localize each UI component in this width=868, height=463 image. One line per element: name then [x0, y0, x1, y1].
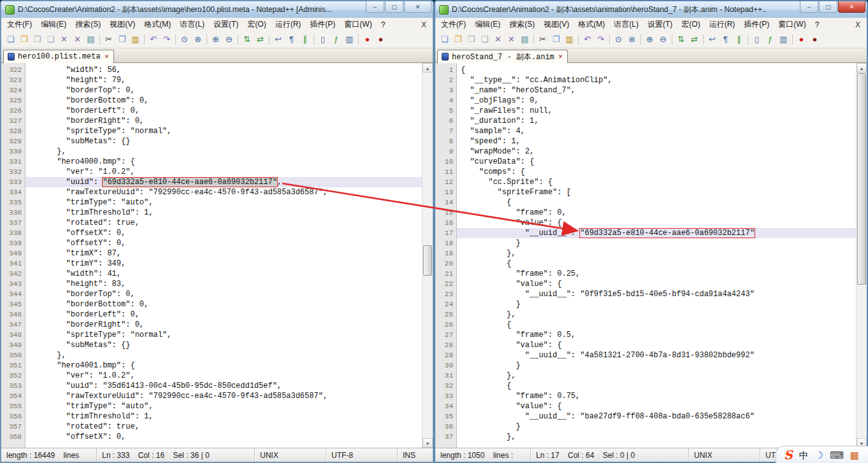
function-list-icon[interactable]: ƒ: [764, 34, 776, 46]
zoom-in-icon[interactable]: ⊕: [210, 34, 222, 46]
menu-item[interactable]: 视图(V): [539, 18, 574, 31]
menu-close-icon[interactable]: X: [415, 20, 433, 29]
halfwidth-moon-icon[interactable]: ☽: [815, 446, 823, 463]
scrollbar-thumb[interactable]: [423, 245, 432, 276]
menu-item[interactable]: 宏(O): [243, 18, 270, 31]
new-file-icon[interactable]: ❏: [438, 34, 451, 46]
indent-guide-icon[interactable]: ∥: [299, 34, 311, 46]
replace-icon[interactable]: ⊛: [626, 34, 638, 46]
word-wrap-icon[interactable]: ↩: [272, 34, 284, 46]
save-all-icon[interactable]: ❑: [479, 34, 491, 46]
menu-item[interactable]: 格式(M): [574, 18, 609, 31]
find-icon[interactable]: ⊙: [612, 34, 625, 46]
close-document-icon[interactable]: ✕: [492, 34, 504, 46]
menu-item[interactable]: 编辑(E): [470, 18, 505, 31]
document-monitor-icon[interactable]: ▥: [778, 34, 790, 46]
title-bar[interactable]: D:\CocosCreater\Animation2 - 副本\assets\a…: [435, 1, 867, 18]
document-map-icon[interactable]: ▯: [751, 34, 763, 46]
menu-item[interactable]: 宏(O): [677, 18, 704, 31]
menu-item[interactable]: ?: [377, 19, 390, 31]
sync-vertical-scrolling-icon[interactable]: ⇅: [675, 34, 687, 46]
close-button[interactable]: ✕: [404, 1, 431, 13]
menu-item[interactable]: 运行(R): [271, 18, 306, 31]
copy-icon[interactable]: ❐: [116, 34, 128, 46]
tab-hero100-plist-meta[interactable]: hero100.plist.meta ✕: [3, 50, 114, 63]
menu-item[interactable]: 窗口(W): [774, 18, 810, 31]
code-area[interactable]: "width": 56, "height": 79, "borderTop": …: [25, 63, 422, 448]
save-icon[interactable]: ❒: [465, 34, 477, 46]
menu-item[interactable]: 编辑(E): [36, 18, 71, 31]
menu-item[interactable]: 窗口(W): [340, 18, 376, 31]
zoom-out-icon[interactable]: ⊖: [657, 34, 669, 46]
sync-vertical-scrolling-icon[interactable]: ⇅: [241, 34, 253, 46]
show-all-characters-icon[interactable]: ¶: [720, 34, 732, 46]
cut-icon[interactable]: ✂: [537, 34, 549, 46]
word-wrap-icon[interactable]: ↩: [706, 34, 718, 46]
print-icon[interactable]: ▤: [519, 34, 531, 46]
menu-close-icon[interactable]: X: [849, 20, 867, 29]
vertical-scrollbar[interactable]: ▲ ▼: [856, 63, 867, 448]
menu-item[interactable]: 运行(R): [705, 18, 740, 31]
maximize-button[interactable]: ▢: [385, 1, 403, 13]
save-icon[interactable]: ❒: [31, 34, 43, 46]
zoom-out-icon[interactable]: ⊖: [223, 34, 235, 46]
cut-icon[interactable]: ✂: [103, 34, 115, 46]
paste-icon[interactable]: ▥: [129, 34, 141, 46]
new-file-icon[interactable]: ❏: [4, 34, 17, 46]
undo-icon[interactable]: ↶: [581, 34, 593, 46]
replace-icon[interactable]: ⊛: [192, 34, 204, 46]
function-list-icon[interactable]: ƒ: [330, 34, 342, 46]
paste-icon[interactable]: ▥: [563, 34, 575, 46]
close-all-documents-icon[interactable]: ✕: [71, 34, 83, 46]
save-all-icon[interactable]: ❑: [45, 34, 57, 46]
zoom-in-icon[interactable]: ⊕: [644, 34, 656, 46]
menu-item[interactable]: 设置(T): [209, 18, 243, 31]
maximize-button[interactable]: ▢: [819, 1, 837, 13]
menu-item[interactable]: 格式(M): [140, 18, 175, 31]
tab-close-icon[interactable]: ✕: [558, 53, 564, 60]
menu-item[interactable]: ?: [811, 19, 824, 31]
macro-record-icon[interactable]: ●: [795, 34, 807, 46]
minimize-button[interactable]: –: [800, 1, 818, 13]
menu-item[interactable]: 插件(P): [739, 18, 774, 31]
scroll-up-icon[interactable]: ▲: [423, 63, 433, 73]
input-toolbox-icon[interactable]: ▦: [850, 446, 859, 463]
print-icon[interactable]: ▤: [85, 34, 97, 46]
macro-record-icon[interactable]: ●: [361, 34, 373, 46]
open-folder-icon[interactable]: ❐: [452, 34, 464, 46]
redo-icon[interactable]: ↷: [161, 34, 173, 46]
title-bar[interactable]: D:\CocosCreater\Animation2 - 副本\assets\i…: [1, 1, 433, 18]
tab-herostand7-anim[interactable]: heroStand_7 - 副本.anim ✕: [437, 50, 568, 63]
find-icon[interactable]: ⊙: [178, 34, 191, 46]
scroll-down-icon[interactable]: ▼: [423, 438, 433, 448]
macro-play-icon[interactable]: ●: [375, 34, 387, 46]
menu-item[interactable]: 搜索(S): [71, 18, 105, 31]
indent-guide-icon[interactable]: ∥: [733, 34, 745, 46]
menu-item[interactable]: 插件(P): [305, 18, 340, 31]
sogou-logo-icon[interactable]: S: [784, 446, 793, 463]
show-all-characters-icon[interactable]: ¶: [286, 34, 298, 46]
menu-item[interactable]: 设置(T): [643, 18, 677, 31]
minimize-button[interactable]: –: [366, 1, 384, 13]
menu-item[interactable]: 文件(F): [437, 18, 470, 31]
redo-icon[interactable]: ↷: [595, 34, 607, 46]
menu-item[interactable]: 语言(L): [175, 18, 209, 31]
chinese-mode-icon[interactable]: 中: [799, 446, 809, 463]
menu-item[interactable]: 文件(F): [3, 18, 36, 31]
sync-horizontal-scrolling-icon[interactable]: ⇄: [688, 34, 700, 46]
scrollbar-thumb[interactable]: [857, 73, 866, 285]
vertical-scrollbar[interactable]: ▲ ▼: [422, 63, 433, 448]
copy-icon[interactable]: ❐: [550, 34, 562, 46]
document-monitor-icon[interactable]: ▥: [344, 34, 356, 46]
open-folder-icon[interactable]: ❐: [18, 34, 30, 46]
macro-play-icon[interactable]: ●: [809, 34, 821, 46]
sync-horizontal-scrolling-icon[interactable]: ⇄: [254, 34, 266, 46]
undo-icon[interactable]: ↶: [147, 34, 159, 46]
tab-close-icon[interactable]: ✕: [104, 53, 110, 60]
document-map-icon[interactable]: ▯: [317, 34, 329, 46]
code-area[interactable]: { "__type__": "cc.AnimationClip", "_name…: [457, 63, 856, 448]
menu-item[interactable]: 语言(L): [609, 18, 643, 31]
close-all-documents-icon[interactable]: ✕: [505, 34, 517, 46]
close-button[interactable]: ✕: [838, 1, 865, 13]
close-document-icon[interactable]: ✕: [58, 34, 70, 46]
